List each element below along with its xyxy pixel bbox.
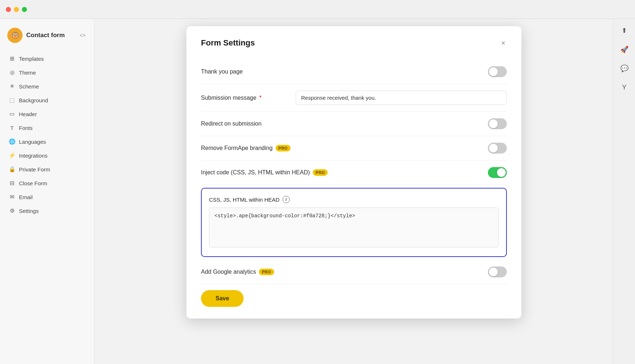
submission-message-label: Submission message * xyxy=(201,95,261,101)
sidebar-item-label: Theme xyxy=(19,70,36,76)
sidebar-item-label: Fonts xyxy=(19,125,33,131)
traffic-light-yellow[interactable] xyxy=(14,7,19,12)
code-section-title: CSS, JS, HTML within HEAD xyxy=(209,197,280,203)
user-icon[interactable]: Y xyxy=(619,82,630,93)
background-icon: ⬚ xyxy=(9,97,15,103)
thank-you-page-slider xyxy=(488,66,507,77)
form-settings-modal: Form Settings × Thank you page Submissio… xyxy=(186,26,521,318)
sidebar-item-integrations[interactable]: ⚡ Integrations xyxy=(4,149,90,162)
right-toolbar: ⬆ 🚀 💬 Y xyxy=(613,19,635,364)
analytics-slider xyxy=(488,266,507,277)
sidebar-item-background[interactable]: ⬚ Background xyxy=(4,93,90,107)
sidebar-item-settings[interactable]: ⚙ Settings xyxy=(4,204,90,218)
sidebar-item-label: Templates xyxy=(19,56,44,62)
sidebar-nav: ⊞ Templates ◎ Theme ✳ Scheme ⬚ Backgroun… xyxy=(0,52,94,218)
remove-branding-slider xyxy=(488,143,507,154)
sidebar-item-private-form[interactable]: 🔒 Private Form xyxy=(4,162,90,176)
scheme-icon: ✳ xyxy=(9,83,15,90)
sidebar-item-label: Settings xyxy=(19,208,39,214)
email-icon: ✉ xyxy=(9,194,15,200)
close-form-icon: ⊟ xyxy=(9,180,15,186)
sidebar-item-label: Close Form xyxy=(19,180,47,186)
sidebar-item-label: Header xyxy=(19,111,37,117)
thank-you-page-row: Thank you page xyxy=(201,60,507,84)
sidebar-header: 🐵 Contact form <> xyxy=(0,25,94,52)
sidebar-item-label: Scheme xyxy=(19,83,39,90)
code-section: CSS, JS, HTML within HEAD i xyxy=(201,188,507,257)
redirect-on-submission-row: Redirect on submission xyxy=(201,112,507,136)
analytics-toggle[interactable] xyxy=(488,266,507,277)
sidebar-item-languages[interactable]: 🌐 Languages xyxy=(4,135,90,149)
sidebar-item-close-form[interactable]: ⊟ Close Form xyxy=(4,176,90,190)
sidebar: 🐵 Contact form <> ⊞ Templates ◎ Theme ✳ … xyxy=(0,19,95,364)
header-icon: ▭ xyxy=(9,111,15,117)
sidebar-item-fonts[interactable]: T Fonts xyxy=(4,121,90,135)
app-name: Contact form xyxy=(26,32,65,39)
sidebar-item-header[interactable]: ▭ Header xyxy=(4,107,90,121)
rocket-icon[interactable]: 🚀 xyxy=(619,44,630,55)
modal-close-button[interactable]: × xyxy=(500,38,507,48)
thank-you-page-label: Thank you page xyxy=(201,68,243,75)
sidebar-item-email[interactable]: ✉ Email xyxy=(4,190,90,204)
traffic-light-green[interactable] xyxy=(22,7,27,12)
traffic-lights xyxy=(6,7,27,12)
sidebar-item-label: Languages xyxy=(19,139,46,145)
sidebar-item-label: Private Form xyxy=(19,166,50,173)
settings-icon: ⚙ xyxy=(9,207,15,214)
sidebar-item-theme[interactable]: ◎ Theme xyxy=(4,66,90,79)
sidebar-item-label: Email xyxy=(19,194,33,200)
submission-message-input[interactable] xyxy=(296,91,507,105)
upload-icon[interactable]: ⬆ xyxy=(619,25,630,36)
theme-icon: ◎ xyxy=(9,69,15,76)
collapse-button[interactable]: <> xyxy=(78,31,87,40)
analytics-row: Add Google analytics PRO xyxy=(201,260,507,284)
sidebar-item-label: Background xyxy=(19,97,48,103)
inject-code-slider xyxy=(488,167,507,178)
remove-branding-pro-badge: PRO xyxy=(276,145,291,151)
inject-code-row: Inject code (CSS, JS, HTML within HEAD) … xyxy=(201,161,507,185)
code-section-header: CSS, JS, HTML within HEAD i xyxy=(209,196,499,203)
thank-you-page-toggle[interactable] xyxy=(488,66,507,77)
inject-code-toggle[interactable] xyxy=(488,167,507,178)
app-body: 🐵 Contact form <> ⊞ Templates ◎ Theme ✳ … xyxy=(0,19,635,364)
code-textarea[interactable] xyxy=(209,207,499,248)
app-logo: 🐵 xyxy=(7,28,23,43)
title-bar xyxy=(0,0,635,19)
modal-backdrop: Form Settings × Thank you page Submissio… xyxy=(95,19,613,364)
redirect-on-submission-toggle[interactable] xyxy=(488,118,507,129)
redirect-on-submission-slider xyxy=(488,118,507,129)
submission-message-row: Submission message * xyxy=(201,84,507,112)
remove-branding-toggle[interactable] xyxy=(488,143,507,154)
sidebar-item-label: Integrations xyxy=(19,153,47,159)
templates-icon: ⊞ xyxy=(9,55,15,62)
modal-title: Form Settings xyxy=(201,38,255,48)
main-content: Form Settings × Thank you page Submissio… xyxy=(95,19,613,364)
inject-code-pro-badge: PRO xyxy=(313,169,328,176)
fonts-icon: T xyxy=(9,124,15,131)
traffic-light-red[interactable] xyxy=(6,7,11,12)
save-button[interactable]: Save xyxy=(201,290,244,307)
analytics-pro-badge: PRO xyxy=(259,269,274,275)
remove-branding-row: Remove FormApe branding PRO xyxy=(201,136,507,161)
chat-icon[interactable]: 💬 xyxy=(619,63,630,74)
languages-icon: 🌐 xyxy=(9,138,15,145)
private-form-icon: 🔒 xyxy=(9,166,15,173)
remove-branding-label: Remove FormApe branding PRO xyxy=(201,145,291,151)
sidebar-item-scheme[interactable]: ✳ Scheme xyxy=(4,79,90,93)
info-icon[interactable]: i xyxy=(283,196,290,203)
analytics-label: Add Google analytics PRO xyxy=(201,269,274,275)
sidebar-item-templates[interactable]: ⊞ Templates xyxy=(4,52,90,66)
redirect-on-submission-label: Redirect on submission xyxy=(201,120,261,127)
inject-code-label: Inject code (CSS, JS, HTML within HEAD) … xyxy=(201,169,328,176)
integrations-icon: ⚡ xyxy=(9,152,15,159)
modal-header: Form Settings × xyxy=(201,38,507,48)
required-indicator: * xyxy=(259,95,261,101)
